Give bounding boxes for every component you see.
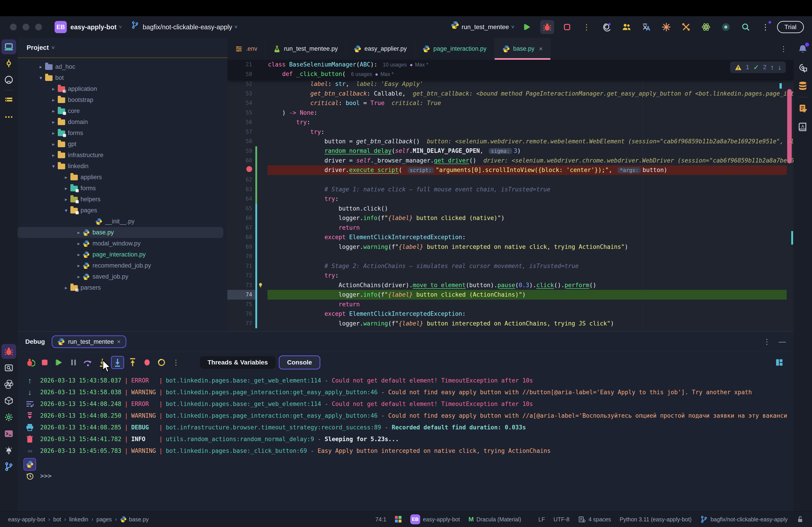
chevron-down-icon[interactable]: ▾ — [49, 163, 57, 169]
code-line-67[interactable]: 67 return — [227, 223, 794, 232]
soft-wrap-icon[interactable] — [24, 398, 36, 410]
tool-more[interactable] — [1, 109, 16, 124]
tree-item-__init__-py[interactable]: __init__.py — [18, 216, 227, 227]
project-switcher[interactable]: easy-apply-bot — [70, 24, 117, 31]
close-icon[interactable]: × — [539, 45, 543, 52]
step-over-button[interactable] — [82, 357, 94, 368]
view-breakpoints-button[interactable] — [156, 357, 168, 368]
mute-breakpoints-button[interactable] — [141, 357, 153, 368]
line-number[interactable]: 53 — [227, 89, 255, 99]
code-line-57[interactable]: 57 try: — [227, 127, 794, 137]
line-ending[interactable]: LF — [538, 516, 545, 523]
chevron-right-icon[interactable]: ▸ — [37, 64, 45, 70]
tree-item-helpers[interactable]: ▸helpers — [18, 194, 227, 205]
code-line-77[interactable]: 77 logger.warning(f"{label} button inter… — [227, 319, 794, 328]
trial-badge[interactable]: Trial — [777, 21, 804, 33]
tool-services[interactable] — [1, 410, 16, 425]
code-line-70[interactable]: 70 — [227, 252, 794, 261]
code-line-66[interactable]: 66 logger.info(f"{label} button clicked … — [227, 213, 794, 223]
chevron-right-icon[interactable]: ▸ — [49, 97, 57, 103]
translate-icon[interactable] — [639, 20, 653, 34]
line-number[interactable]: 50 — [227, 70, 255, 79]
tree-item-base-py[interactable]: ▸base.py — [18, 227, 223, 238]
line-number[interactable]: 55 — [227, 108, 255, 118]
tool-github[interactable] — [1, 72, 16, 87]
code-line-59[interactable]: 59 random_normal_delay(self.MIN_DELAY_PA… — [227, 146, 794, 156]
code-line-69[interactable]: 69 logger.warning(f"{label} button inter… — [227, 242, 794, 252]
chevron-right-icon[interactable]: ▸ — [49, 119, 57, 125]
run-button[interactable] — [520, 20, 534, 34]
tool-todo[interactable] — [795, 101, 810, 116]
tools-plugin-icon[interactable] — [679, 20, 693, 34]
chevron-right-icon[interactable]: ▸ — [62, 185, 70, 191]
prev-problem-arrow[interactable]: ↑ — [770, 63, 774, 71]
line-number[interactable]: 54 — [227, 98, 255, 108]
line-number[interactable]: 64 — [227, 194, 255, 204]
interpreter[interactable]: Python 3.11 (easy-apply-bot) — [620, 516, 692, 523]
chevron-right-icon[interactable]: ▸ — [49, 152, 57, 158]
code-line-55[interactable]: 55 ) -> None: — [227, 108, 794, 118]
code-line-56[interactable]: 56 try: — [227, 118, 794, 127]
project-badge[interactable]: EB — [55, 21, 67, 33]
tool-dictionary[interactable]: A — [795, 119, 810, 134]
line-number[interactable]: 56 — [227, 118, 255, 127]
line-number[interactable]: 71 — [227, 261, 255, 271]
code-line-60[interactable]: 60 driver = self._browser_manager.get_dr… — [227, 156, 794, 165]
tool-bell[interactable] — [795, 42, 810, 56]
chevron-right-icon[interactable]: ▸ — [75, 241, 83, 246]
code-lines[interactable]: 52 label: str, label: 'Easy Apply'53 get… — [227, 79, 794, 328]
code-line-52[interactable]: 52 label: str, label: 'Easy Apply' — [227, 79, 794, 89]
close-icon[interactable]: × — [117, 338, 121, 345]
code-line-62[interactable]: 62 — [227, 175, 794, 185]
breadcrumb-item[interactable]: base.py — [129, 516, 149, 523]
usages-hint[interactable]: 10 usages ●Max * — [383, 62, 428, 67]
stop-button[interactable] — [560, 20, 574, 34]
code-editor[interactable]: 21class BaseSeleniumManager(ABC):10 usag… — [227, 60, 794, 331]
line-number[interactable]: 62 — [227, 175, 255, 185]
chevron-right-icon[interactable]: ▸ — [75, 274, 83, 280]
chevron-down-icon[interactable]: ▾ — [62, 208, 70, 213]
code-with-me-icon[interactable] — [620, 20, 634, 34]
inspections-widget[interactable]: 1 ✓ 2 ↑ ↓ — [730, 62, 786, 73]
code-line-65[interactable]: 65 button.click() — [227, 204, 794, 213]
tree-item-page_interaction-py[interactable]: ▸page_interaction.py — [18, 249, 227, 260]
tab--env[interactable]: .env — [227, 38, 265, 60]
resume-button[interactable] — [53, 357, 65, 368]
code-line-64[interactable]: 64 try: — [227, 194, 794, 204]
tree-item-core[interactable]: ▸core — [18, 105, 227, 117]
chevron-right-icon[interactable]: ▸ — [62, 175, 70, 180]
stop-button[interactable] — [39, 357, 50, 368]
tree-item-parsers[interactable]: ▸parsers — [18, 282, 227, 293]
indent-setting[interactable]: 4 spaces — [578, 515, 611, 523]
tool-commit[interactable] — [1, 56, 16, 71]
project-indicator[interactable]: EBeasy-apply-bot — [410, 514, 460, 524]
line-number[interactable]: 72 — [227, 271, 255, 281]
line-number[interactable]: 77 — [227, 319, 255, 328]
line-number[interactable]: 57 — [227, 127, 255, 137]
debug-session-tab[interactable]: run_test_mentee × — [52, 335, 126, 348]
editor-scrollbar[interactable] — [787, 89, 792, 163]
caret-position[interactable]: 74:1 — [375, 516, 386, 523]
tree-item-forms[interactable]: ▸forms — [18, 183, 227, 194]
chevron-right-icon[interactable]: ▸ — [75, 252, 83, 258]
pause-button[interactable] — [68, 357, 79, 368]
line-number[interactable]: 58 — [227, 137, 255, 146]
scroll-up-icon[interactable]: ↑ — [24, 375, 36, 386]
code-line-50[interactable]: 50 def _click_button(6 usages ●Max * — [227, 70, 794, 79]
breakpoint-icon[interactable] — [227, 165, 255, 175]
debug-view-tab-Threads-Variables[interactable]: Threads & Variables — [200, 356, 276, 369]
encoding[interactable]: UTF-8 — [553, 516, 569, 523]
traffic-light-zoom[interactable] — [35, 24, 42, 30]
command-history-icon[interactable] — [24, 470, 36, 482]
traffic-light-minimize[interactable] — [23, 24, 29, 30]
layout-settings-icon[interactable] — [775, 358, 784, 367]
step-out-button[interactable] — [127, 357, 139, 368]
next-problem-arrow[interactable]: ↓ — [778, 63, 781, 71]
code-line-75[interactable]: 75 return — [227, 300, 794, 309]
theme-indicator[interactable]: MDracula (Material) — [468, 516, 521, 523]
line-number[interactable]: 74 — [227, 290, 255, 300]
tool-packages[interactable] — [1, 377, 16, 392]
breadcrumb-item[interactable]: linkedin — [69, 516, 88, 523]
line-number[interactable]: 68 — [227, 232, 255, 242]
code-line-76[interactable]: 76 except ElementClickInterceptedExcepti… — [227, 309, 794, 319]
